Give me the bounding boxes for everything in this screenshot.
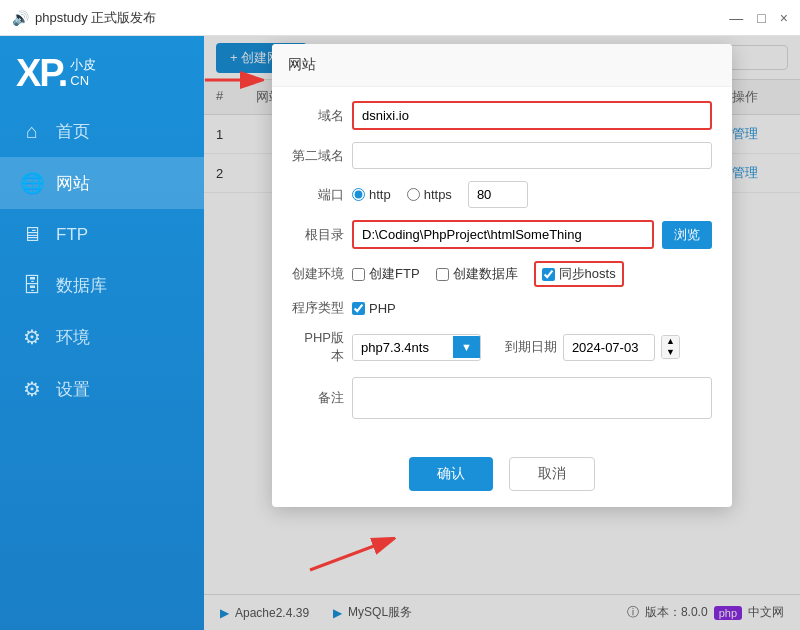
root-label: 根目录 <box>292 226 344 244</box>
checkbox-db-input[interactable] <box>436 268 449 281</box>
env-row: 创建环境 创建FTP 创建数据库 <box>292 261 712 287</box>
checkbox-hosts-label: 同步hosts <box>559 265 616 283</box>
sidebar-item-ftp[interactable]: 🖥 FTP <box>0 209 204 260</box>
checkbox-ftp[interactable]: 创建FTP <box>352 265 420 283</box>
subdomain-label: 第二域名 <box>292 147 344 165</box>
minimize-button[interactable]: — <box>729 10 743 26</box>
subdomain-row: 第二域名 <box>292 142 712 169</box>
checkbox-ftp-input[interactable] <box>352 268 365 281</box>
close-button[interactable]: × <box>780 10 788 26</box>
radio-https-label: https <box>424 187 452 202</box>
port-row: 端口 http https <box>292 181 712 208</box>
logo-xp: XP. <box>16 54 66 92</box>
php-version-input[interactable] <box>353 335 453 360</box>
checkbox-hosts[interactable]: 同步hosts <box>534 261 624 287</box>
sidebar-item-home[interactable]: ⌂ 首页 <box>0 106 204 157</box>
checkbox-db-label: 创建数据库 <box>453 265 518 283</box>
radio-http[interactable]: http <box>352 187 391 202</box>
checkbox-php[interactable]: PHP <box>352 301 396 316</box>
website-icon: 🌐 <box>20 171 44 195</box>
logo: XP. 小皮 CN <box>0 36 204 106</box>
port-radio-group: http https <box>352 181 712 208</box>
env-label: 创建环境 <box>292 265 344 283</box>
php-version-row: ▼ 到期日期 ▲ ▼ <box>352 334 712 361</box>
domain-input[interactable] <box>352 101 712 130</box>
root-input-row: 浏览 <box>352 220 712 249</box>
sidebar-item-website[interactable]: 🌐 网站 <box>0 157 204 209</box>
port-input[interactable] <box>468 181 528 208</box>
phpver-label: PHP版本 <box>292 329 344 365</box>
modal-header: 网站 <box>272 44 732 87</box>
titlebar: 🔊 phpstudy 正式版发布 — □ × <box>0 0 800 36</box>
sidebar-label-home: 首页 <box>56 120 90 143</box>
sidebar-nav: ⌂ 首页 🌐 网站 🖥 FTP 🗄 数据库 ⚙ 环境 ⚙ 设置 <box>0 106 204 630</box>
modal-overlay: 网站 域名 第二域名 端口 <box>204 36 800 630</box>
sidebar-item-database[interactable]: 🗄 数据库 <box>0 260 204 311</box>
sidebar-label-website: 网站 <box>56 172 90 195</box>
php-version-select[interactable]: ▼ <box>352 334 481 361</box>
speaker-icon: 🔊 <box>12 10 29 26</box>
settings-icon: ⚙ <box>20 377 44 401</box>
env-icon: ⚙ <box>20 325 44 349</box>
expiry-label: 到期日期 <box>505 338 557 356</box>
subdomain-input[interactable] <box>352 142 712 169</box>
env-checkbox-group: 创建FTP 创建数据库 同步hosts <box>352 261 712 287</box>
notes-label: 备注 <box>292 389 344 407</box>
program-checkbox-group: PHP <box>352 301 712 316</box>
window-controls: — □ × <box>729 10 788 26</box>
main-layout: XP. 小皮 CN ⌂ 首页 🌐 网站 🖥 FTP 🗄 数据库 <box>0 36 800 630</box>
sidebar-item-env[interactable]: ⚙ 环境 <box>0 311 204 363</box>
root-input[interactable] <box>352 220 654 249</box>
browse-button[interactable]: 浏览 <box>662 221 712 249</box>
logo-text: 小皮 CN <box>70 57 96 88</box>
sidebar-label-settings: 设置 <box>56 378 90 401</box>
sidebar-label-env: 环境 <box>56 326 90 349</box>
expiry-row: 到期日期 ▲ ▼ <box>505 334 680 361</box>
select-arrow-icon[interactable]: ▼ <box>453 336 480 358</box>
modal-body: 域名 第二域名 端口 http <box>272 87 732 445</box>
radio-http-input[interactable] <box>352 188 365 201</box>
root-row: 根目录 浏览 <box>292 220 712 249</box>
sidebar-label-ftp: FTP <box>56 225 88 245</box>
spinner-down[interactable]: ▼ <box>662 347 679 358</box>
checkbox-db[interactable]: 创建数据库 <box>436 265 518 283</box>
sidebar: XP. 小皮 CN ⌂ 首页 🌐 网站 🖥 FTP 🗄 数据库 <box>0 36 204 630</box>
program-row: 程序类型 PHP <box>292 299 712 317</box>
confirm-button[interactable]: 确认 <box>409 457 493 491</box>
checkbox-php-label: PHP <box>369 301 396 316</box>
port-label: 端口 <box>292 186 344 204</box>
program-label: 程序类型 <box>292 299 344 317</box>
content-area: + 创建网站 🔍 # 网站 操作 1 管理 2 <box>204 36 800 630</box>
logo-cn: CN <box>70 73 96 89</box>
checkbox-hosts-input[interactable] <box>542 268 555 281</box>
modal-create-website: 网站 域名 第二域名 端口 <box>272 44 732 507</box>
expiry-input[interactable] <box>563 334 655 361</box>
notes-textarea[interactable] <box>352 377 712 419</box>
checkbox-php-input[interactable] <box>352 302 365 315</box>
window-title: phpstudy 正式版发布 <box>35 9 729 27</box>
maximize-button[interactable]: □ <box>757 10 765 26</box>
sidebar-label-database: 数据库 <box>56 274 107 297</box>
sidebar-item-settings[interactable]: ⚙ 设置 <box>0 363 204 415</box>
logo-small: 小皮 <box>70 57 96 73</box>
domain-label: 域名 <box>292 107 344 125</box>
radio-http-label: http <box>369 187 391 202</box>
radio-https[interactable]: https <box>407 187 452 202</box>
radio-https-input[interactable] <box>407 188 420 201</box>
spinner-up[interactable]: ▲ <box>662 336 679 347</box>
expiry-spinner: ▲ ▼ <box>661 335 680 359</box>
home-icon: ⌂ <box>20 120 44 143</box>
checkbox-ftp-label: 创建FTP <box>369 265 420 283</box>
database-icon: 🗄 <box>20 274 44 297</box>
notes-row: 备注 <box>292 377 712 419</box>
ftp-icon: 🖥 <box>20 223 44 246</box>
modal-footer: 确认 取消 <box>272 445 732 507</box>
domain-row: 域名 <box>292 101 712 130</box>
phpver-row: PHP版本 ▼ 到期日期 ▲ ▼ <box>292 329 712 365</box>
cancel-button[interactable]: 取消 <box>509 457 595 491</box>
